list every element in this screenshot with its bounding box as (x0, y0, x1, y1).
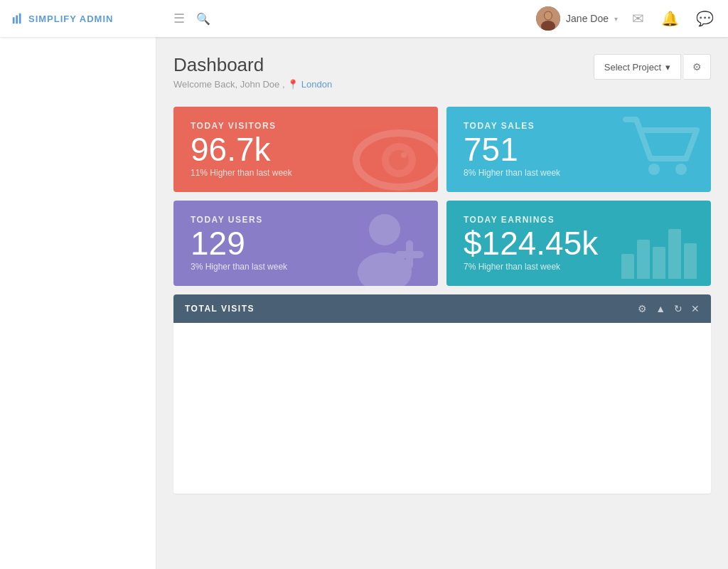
stat-card-visitors: TODAY VISITORS 96.7k 11% Higher than las… (173, 107, 438, 192)
header-actions: Select Project ▾ ⚙ (594, 54, 711, 80)
sidebar (0, 37, 156, 569)
hamburger-icon: ☰ (173, 11, 185, 26)
panel-gear-icon[interactable]: ⚙ (638, 303, 647, 314)
stats-grid: TODAY VISITORS 96.7k 11% Higher than las… (173, 107, 711, 286)
gear-icon: ⚙ (692, 61, 702, 73)
search-button[interactable]: 🔍 (191, 9, 216, 28)
page-header: Dashboard Welcome Back, John Doe , 📍 Lon… (173, 54, 711, 90)
brand-name: SIMPLIFY ADMIN (28, 14, 113, 24)
svg-rect-3 (22, 16, 23, 16)
settings-button[interactable]: ⚙ (684, 54, 711, 80)
svg-rect-0 (13, 17, 15, 23)
bell-icon[interactable]: 🔔 (658, 7, 682, 30)
top-navigation: SIMPLIFY ADMIN ☰ 🔍 Jane Doe ▾ (0, 0, 728, 37)
menu-button[interactable]: ☰ (168, 8, 191, 29)
location-text: 📍 London (287, 79, 332, 90)
dropdown-chevron-icon: ▾ (665, 62, 670, 73)
page-subtitle: Welcome Back, John Doe , 📍 London (173, 79, 332, 90)
svg-point-12 (648, 164, 660, 175)
stat-card-earnings: TODAY EARNINGS $124.45k 7% Higher than l… (446, 201, 711, 286)
main-content: Dashboard Welcome Back, John Doe , 📍 Lon… (156, 37, 728, 569)
svg-point-13 (675, 164, 687, 175)
select-project-button[interactable]: Select Project ▾ (594, 54, 681, 80)
visitors-change: 11% Higher than last week (191, 168, 421, 178)
cart-bg-icon (619, 112, 704, 186)
chevron-down-icon: ▾ (614, 15, 618, 23)
panel-title: TOTAL VISITS (185, 304, 255, 314)
avatar-image (536, 6, 560, 31)
avatar (536, 6, 560, 31)
earnings-value: $124.45k (464, 225, 694, 262)
user-add-bg-icon (353, 208, 431, 286)
svg-point-14 (369, 214, 400, 245)
topnav-right-section: Jane Doe ▾ ✉ 🔔 💬 (536, 6, 717, 31)
svg-point-7 (545, 12, 552, 20)
user-menu[interactable]: Jane Doe ▾ (536, 6, 618, 31)
panel-body (173, 323, 711, 494)
chat-icon[interactable]: 💬 (693, 7, 717, 30)
page-title-section: Dashboard Welcome Back, John Doe , 📍 Lon… (173, 54, 332, 90)
svg-rect-1 (16, 16, 18, 24)
visitors-value: 96.7k (191, 132, 421, 168)
stat-card-users: TODAY USERS 129 3% Higher than last week (173, 201, 438, 286)
panel-refresh-icon[interactable]: ↻ (674, 303, 682, 314)
mail-icon[interactable]: ✉ (629, 7, 647, 30)
panel-actions: ⚙ ▲ ↻ ✕ (638, 303, 700, 314)
app-brand: SIMPLIFY ADMIN (11, 12, 168, 25)
brand-icon (11, 12, 24, 25)
panel-close-icon[interactable]: ✕ (691, 303, 700, 314)
page-title: Dashboard (173, 54, 332, 76)
visitors-label: TODAY VISITORS (191, 121, 421, 131)
stat-card-sales: TODAY SALES 751 8% Higher than last week (446, 107, 711, 192)
search-icon: 🔍 (196, 12, 210, 26)
panel-up-icon[interactable]: ▲ (655, 303, 665, 314)
panel-header: TOTAL VISITS ⚙ ▲ ↻ ✕ (173, 294, 711, 323)
earnings-label: TODAY EARNINGS (464, 215, 694, 225)
svg-rect-2 (19, 14, 21, 23)
user-name: Jane Doe (566, 13, 609, 24)
welcome-text: Welcome Back, John Doe , (173, 79, 285, 90)
total-visits-panel: TOTAL VISITS ⚙ ▲ ↻ ✕ (173, 294, 711, 494)
earnings-change: 7% Higher than last week (464, 262, 694, 272)
